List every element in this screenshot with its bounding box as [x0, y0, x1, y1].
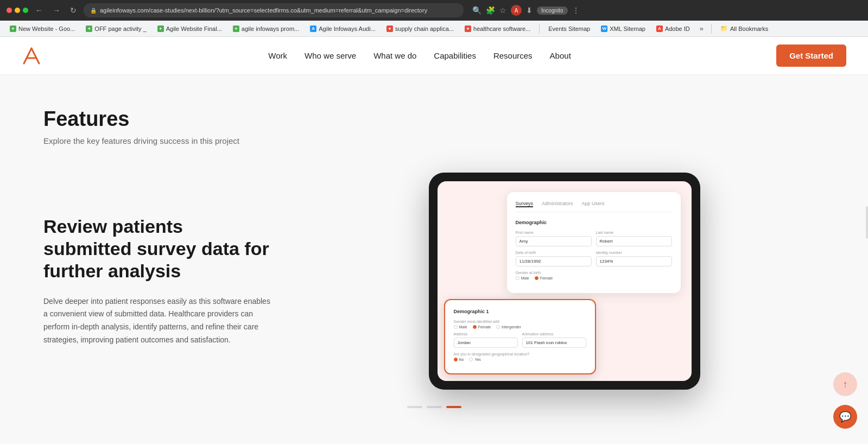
form-row-name: First name Amy Last name Robert	[516, 231, 672, 246]
download-icon[interactable]: ⬇	[526, 6, 533, 15]
bookmark-all[interactable]: 📁 All Bookmarks	[716, 23, 772, 34]
identity-intergender[interactable]: Intergender	[496, 325, 521, 329]
radio-id-female-label: Female	[478, 325, 491, 329]
bookmark-label-5: Agile Infoways Audi...	[319, 26, 376, 32]
bookmark-label-9: XML Sitemap	[610, 26, 645, 32]
bookmark-label-10: Adobe ID	[665, 26, 690, 32]
radio-id-male-label: Male	[459, 325, 467, 329]
tab-app-users[interactable]: App Users	[582, 201, 605, 207]
gender-female[interactable]: Female	[535, 276, 553, 280]
bookmark-item-4[interactable]: + agile infoways prom...	[229, 24, 303, 34]
nav-resources[interactable]: Resources	[493, 51, 533, 60]
last-name-field: Last name Robert	[596, 231, 672, 246]
bookmark-separator-1	[539, 24, 540, 34]
bookmark-item-8[interactable]: Events Sitemap	[544, 24, 594, 34]
geography-no[interactable]: No	[454, 358, 464, 361]
bookmark-label-6: supply chain applica...	[395, 26, 454, 32]
search-icon[interactable]: 🔍	[472, 6, 481, 15]
reload-button[interactable]: ↻	[67, 5, 79, 16]
first-name-label: First name	[516, 231, 592, 234]
extension-icon[interactable]: 🧩	[486, 6, 495, 15]
bookmark-item-3[interactable]: + Agile Website Final...	[153, 24, 226, 34]
geography-radio: No Yes	[454, 358, 586, 361]
browser-actions: 🔍 🧩 ☆ A ⬇ Incognito ⋮	[472, 5, 580, 16]
bookmark-label-1: New Website - Goo...	[18, 26, 75, 32]
nav-about[interactable]: About	[550, 51, 571, 60]
last-name-label: Last name	[596, 231, 672, 234]
carousel-dot-1[interactable]	[407, 406, 422, 408]
survey-section-title: Demographic	[516, 220, 672, 225]
dob-input[interactable]: 11/28/1992	[516, 256, 592, 266]
bookmark-icon-7: ●	[465, 26, 471, 32]
survey-front-section-title: Demographic 1	[454, 309, 586, 314]
folder-icon: 📁	[720, 25, 728, 32]
tab-surveys[interactable]: Surveys	[516, 201, 534, 207]
identity-female[interactable]: Female	[473, 325, 491, 329]
bookmark-label-8: Events Sitemap	[548, 26, 590, 32]
animation-input[interactable]: 101 Flash icon roblox	[522, 338, 586, 348]
star-icon[interactable]: ☆	[499, 6, 506, 15]
tab-administrators[interactable]: Administrators	[542, 201, 573, 207]
last-name-input[interactable]: Robert	[596, 236, 672, 246]
dob-field: Date of birth 11/28/1992	[516, 251, 592, 266]
close-dot[interactable]	[7, 8, 12, 13]
svg-line-0	[24, 48, 31, 63]
radio-geo-yes-circle	[469, 358, 473, 361]
back-button[interactable]: ←	[33, 5, 46, 16]
tablet-screen: Surveys Administrators App Users Demogra…	[438, 181, 692, 381]
dob-label: Date of birth	[516, 251, 592, 255]
address-bar[interactable]: 🔒 agileinfoways.com/case-studies/next-bi…	[84, 3, 464, 17]
radio-geo-no-label: No	[459, 358, 464, 361]
radio-id-intergender-circle	[496, 325, 500, 329]
form-row-dob: Date of birth 11/28/1992 Identity number…	[516, 251, 672, 266]
bookmark-icon-1: +	[10, 26, 16, 32]
geography-yes[interactable]: Yes	[469, 358, 480, 361]
nav-what-we-do[interactable]: What we do	[373, 51, 416, 60]
scroll-to-top-button[interactable]: ↑	[833, 372, 857, 396]
identity-input[interactable]: 1234%	[596, 256, 672, 266]
bookmark-separator-2	[711, 24, 712, 34]
get-started-button[interactable]: Get Started	[776, 44, 846, 67]
maximize-dot[interactable]	[23, 8, 28, 13]
survey-card-front: Demographic 1 Gender most identified wit…	[444, 299, 596, 374]
carousel-dot-2[interactable]	[427, 406, 442, 408]
bookmarks-bar: + New Website - Goo... + OFF page activi…	[0, 21, 868, 37]
profile-icon[interactable]: A	[511, 5, 522, 16]
first-name-input[interactable]: Amy	[516, 236, 592, 246]
minimize-dot[interactable]	[15, 8, 20, 13]
nav-capabilities[interactable]: Capabilities	[434, 51, 476, 60]
gender-radio-group: Male Female	[516, 276, 672, 280]
chat-button[interactable]: 💬	[833, 405, 857, 429]
address-input[interactable]: Jordan	[454, 338, 518, 348]
bookmark-item-6[interactable]: ● supply chain applica...	[382, 24, 458, 34]
url-text: agileinfoways.com/case-studies/next-bill…	[100, 7, 427, 14]
nav-work[interactable]: Work	[268, 51, 287, 60]
main-nav: Work Who we serve What we do Capabilitie…	[63, 51, 776, 60]
more-bookmarks-button[interactable]: »	[696, 23, 707, 34]
radio-geo-yes-label: Yes	[474, 358, 480, 361]
geography-label: Are you in designated geographical locat…	[454, 352, 586, 356]
gender-male[interactable]: Male	[516, 276, 529, 280]
bookmark-icon-10: A	[656, 26, 663, 32]
bookmark-item-7[interactable]: ● healthcare software...	[460, 24, 535, 34]
lock-icon: 🔒	[90, 8, 97, 14]
bookmark-icon-6: ●	[387, 26, 393, 32]
bookmark-item-5[interactable]: A Agile Infoways Audi...	[306, 24, 380, 34]
feature-text-block: Review patients submitted survey data fo…	[43, 215, 271, 347]
bookmark-item-10[interactable]: A Adobe ID	[652, 24, 694, 34]
bookmark-label-4: agile infoways prom...	[242, 26, 299, 32]
geography-group: Are you in designated geographical locat…	[454, 352, 586, 361]
identity-male[interactable]: Male	[454, 325, 467, 329]
forward-button[interactable]: →	[50, 5, 63, 16]
site-logo[interactable]	[22, 46, 41, 66]
menu-icon[interactable]: ⋮	[572, 6, 580, 15]
incognito-badge: Incognito	[537, 7, 568, 15]
nav-who-we-serve[interactable]: Who we serve	[305, 51, 356, 60]
gender-identity-radio: Male Female Intergender	[454, 325, 586, 329]
address-field: Address Jordan	[454, 332, 518, 348]
scroll-indicator[interactable]	[866, 206, 868, 239]
bookmark-item-2[interactable]: + OFF page activity _	[81, 24, 150, 34]
bookmark-item-1[interactable]: + New Website - Goo...	[5, 24, 79, 34]
bookmark-item-9[interactable]: W XML Sitemap	[597, 24, 650, 34]
carousel-dot-3[interactable]	[446, 406, 461, 408]
